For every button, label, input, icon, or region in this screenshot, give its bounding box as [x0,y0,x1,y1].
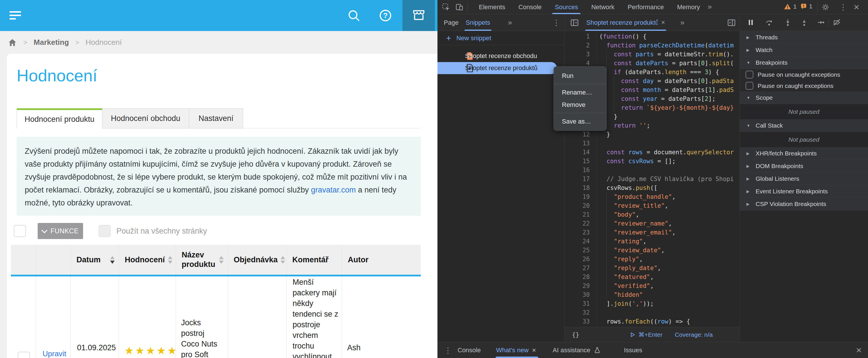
line-content[interactable]: const month = dateParts[1].padS [590,86,734,95]
line-number[interactable]: 28 [564,273,590,282]
column-header-datum[interactable]: Datum [71,245,119,275]
line-number[interactable]: 30 [564,291,590,299]
line-content[interactable]: const day = dateParts[0].padSta [590,77,734,86]
line-number[interactable]: 17 [564,175,590,184]
line-number[interactable]: 13 [564,139,590,148]
edit-link[interactable]: Upravit [42,349,66,358]
section-call-stack[interactable]: ▼Call Stack [740,119,868,132]
devtools-tab-elements[interactable]: Elements [472,0,512,14]
drawer-tab-console[interactable]: Console [454,342,485,358]
line-content[interactable]: } [590,130,610,139]
devtools-tab-network[interactable]: Network [585,0,621,14]
line-content[interactable]: rows.forEach((row) => { [590,317,690,326]
line-content[interactable]: const rows = document.querySelector [590,148,734,157]
line-content[interactable]: (function() { [590,32,646,41]
drawer-tab-issues[interactable]: Issues [620,342,646,358]
new-snippet-button[interactable]: + New snippet [437,33,564,44]
checkbox[interactable] [746,71,753,78]
section-xhr-fetch-breakpoints[interactable]: ▶XHR/fetch Breakpoints [740,147,868,160]
step-into-icon[interactable] [784,19,792,26]
line-content[interactable]: "review_title", [590,201,668,210]
drawer-tab-ai-assistance[interactable]: AI assistance [549,342,605,358]
line-number[interactable]: 26 [564,255,590,264]
column-header-n-zev-produktu[interactable]: Název produktu [176,245,228,275]
devtools-tab-console[interactable]: Console [512,0,548,14]
line-number[interactable]: 3 [564,50,590,59]
section-event-listener-breakpoints[interactable]: ▶Event Listener Breakpoints [740,185,868,198]
line-number[interactable]: 32 [564,308,590,317]
home-icon[interactable] [8,38,17,47]
menu-item-rename[interactable]: Rename… [554,86,606,99]
line-content[interactable]: "featured", [590,273,654,282]
line-number[interactable]: 21 [564,210,590,219]
line-content[interactable]: "reply", [590,255,643,264]
column-header-hodnocen-[interactable]: Hodnocení [119,245,176,275]
menu-item-run[interactable]: Run [554,69,606,82]
line-number[interactable]: 16 [564,166,590,175]
menu-item-remove[interactable]: Remove [554,99,606,111]
column-header-objedn-vka[interactable]: Objednávka [228,245,286,275]
row-checkbox[interactable] [18,352,30,358]
line-content[interactable]: "body", [590,210,639,219]
section-scope[interactable]: ▼Scope [740,91,868,104]
snippet-item[interactable]: Shoptet recenze produktů [437,62,557,74]
deactivate-breakpoints-icon[interactable] [833,19,841,26]
kebab-menu-icon[interactable]: ⋮ [552,18,560,27]
line-content[interactable]: "product_handle", [590,193,676,201]
line-content[interactable]: const year = dateParts[2]; [590,95,716,103]
line-number[interactable]: 20 [564,201,590,210]
line-content[interactable]: "reviewer_name", [590,219,672,228]
section-dom-breakpoints[interactable]: ▶DOM Breakpoints [740,160,868,172]
devtools-tab-sources[interactable]: Sources [548,0,585,14]
line-content[interactable]: if (dateParts.length === 3) { [590,68,719,77]
snippet-item[interactable]: Shoptet recenze obchodu [437,50,564,62]
editor-tab-snippet[interactable]: Shoptet recenze produktů × [582,14,669,31]
tab-2[interactable]: Hodnocení obchodu [102,108,189,128]
section-watch[interactable]: ▶Watch [740,44,868,56]
apply-all-checkbox[interactable] [99,225,111,237]
line-content[interactable]: const parts = datetimeStr.trim(). [590,50,734,59]
line-content[interactable] [590,308,599,317]
line-number[interactable]: 14 [564,148,590,157]
line-number[interactable]: 31 [564,299,590,308]
hamburger-menu-icon[interactable] [9,11,21,20]
line-number[interactable]: 12 [564,130,590,139]
line-number[interactable]: 22 [564,219,590,228]
line-number[interactable]: 27 [564,264,590,273]
line-content[interactable]: const csvRows = []; [590,157,676,166]
line-content[interactable]: csvRows.push([ [590,184,657,193]
warnings-badge[interactable]: 1 [784,3,797,10]
kebab-menu-icon[interactable]: ⋮ [839,3,847,12]
line-content[interactable]: "verified", [590,282,654,291]
kebab-menu-icon[interactable]: ⋮ [444,346,452,355]
menu-item-saveas[interactable]: Save as… [554,115,606,128]
device-toolbar-icon[interactable] [455,3,463,11]
line-number[interactable]: 18 [564,184,590,193]
more-tabs-icon[interactable]: » [708,2,712,11]
line-content[interactable]: "review_date", [590,246,665,255]
step-out-icon[interactable] [800,19,808,26]
more-tabs-icon[interactable]: » [680,18,684,27]
line-number[interactable]: 33 [564,317,590,326]
line-content[interactable]: "rating", [590,237,646,246]
checkbox[interactable] [746,82,753,90]
tab-snippets[interactable]: Snippets [462,14,494,31]
inspect-element-icon[interactable] [442,3,450,11]
hide-navigator-icon[interactable] [570,19,578,26]
hide-debugger-sidebar-icon[interactable] [727,19,735,26]
close-tab-icon[interactable]: × [661,19,665,26]
section-breakpoints[interactable]: ▼Breakpoints [740,56,868,69]
coverage-status[interactable]: Coverage: n/a [675,331,713,338]
line-content[interactable]: "hidden" [590,291,643,299]
line-content[interactable]: return `${year}-${month}-${day} [590,103,734,112]
tab-1[interactable]: Hodnocení produktu [17,108,102,128]
line-content[interactable]: // Judge.me CSV hlavička (pro Shopi [590,175,734,184]
gravatar-link[interactable]: gravatar.com [311,186,356,194]
line-content[interactable]: const dateParts = parts[0].split( [590,59,734,68]
funkce-dropdown-button[interactable]: FUNKCE [38,223,83,239]
line-content[interactable]: "reply_date", [590,264,661,273]
breadcrumb-item[interactable]: Marketing [34,38,69,47]
close-tab-icon[interactable]: × [532,346,536,354]
line-content[interactable]: ].join(',')); [590,299,654,308]
issues-badge[interactable]: 1 [800,3,812,10]
